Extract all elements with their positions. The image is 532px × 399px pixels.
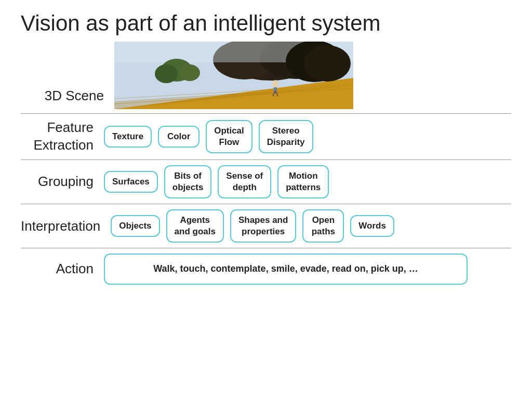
color-box: Color	[158, 126, 200, 148]
slide: Vision as part of an intelligent system …	[0, 0, 532, 399]
feature-extraction-boxes: Texture Color OpticalFlow StereoDisparit…	[104, 120, 313, 153]
action-row: Action Walk, touch, contemplate, smile, …	[21, 248, 511, 289]
slide-title: Vision as part of an intelligent system	[21, 10, 511, 36]
scene-row: 3D Scene	[21, 42, 511, 109]
svg-point-11	[155, 64, 178, 83]
stereo-disparity-box: StereoDisparity	[259, 120, 313, 153]
svg-point-12	[179, 64, 200, 81]
words-box: Words	[350, 215, 394, 237]
interpretation-label: Interpretation	[21, 218, 111, 234]
action-text-box: Walk, touch, contemplate, smile, evade, …	[104, 254, 468, 284]
feature-extraction-label: FeatureExtraction	[21, 119, 104, 154]
scene-image	[114, 42, 353, 109]
motion-patterns-box: Motionpatterns	[277, 165, 329, 198]
sense-of-depth-box: Sense ofdepth	[218, 165, 271, 198]
grouping-label: Grouping	[21, 174, 104, 190]
texture-box: Texture	[104, 126, 152, 148]
open-paths-box: Openpaths	[302, 209, 344, 243]
grouping-boxes: Surfaces Bits ofobjects Sense ofdepth Mo…	[104, 165, 329, 198]
bits-of-objects-box: Bits ofobjects	[164, 165, 212, 198]
svg-point-15	[273, 80, 278, 88]
feature-extraction-row: FeatureExtraction Texture Color OpticalF…	[21, 114, 511, 159]
action-boxes: Walk, touch, contemplate, smile, evade, …	[104, 254, 468, 284]
interpretation-boxes: Objects Agentsand goals Shapes andproper…	[111, 209, 394, 243]
shapes-properties-box: Shapes andproperties	[230, 209, 296, 243]
optical-flow-box: OpticalFlow	[206, 120, 252, 153]
scene-label: 3D Scene	[21, 88, 104, 104]
grouping-row: Grouping Surfaces Bits ofobjects Sense o…	[21, 160, 511, 204]
action-label: Action	[21, 261, 104, 277]
agents-goals-box: Agentsand goals	[166, 209, 224, 243]
surfaces-box: Surfaces	[104, 171, 158, 193]
objects-box: Objects	[111, 215, 159, 237]
svg-point-14	[304, 45, 351, 82]
interpretation-row: Interpretation Objects Agentsand goals S…	[21, 204, 511, 248]
